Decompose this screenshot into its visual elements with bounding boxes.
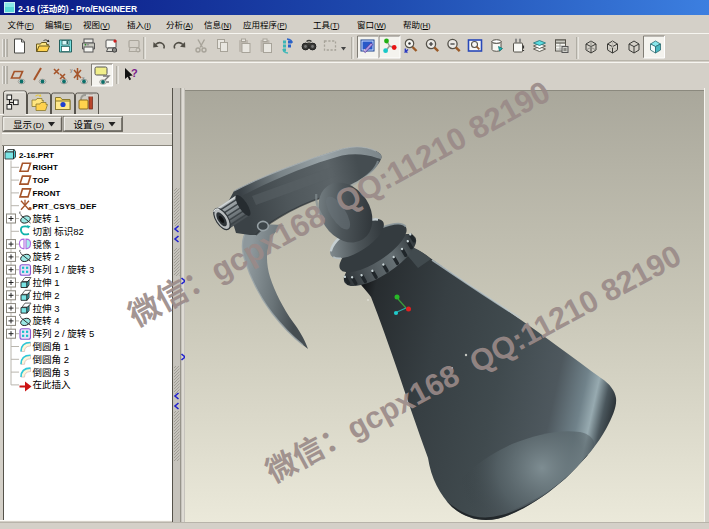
svg-text:(D): (D) xyxy=(33,121,44,130)
svg-text:TOP: TOP xyxy=(33,176,50,185)
svg-text:FRONT: FRONT xyxy=(33,189,61,198)
svg-text:?: ? xyxy=(131,67,138,79)
svg-text:PRT_CSYS_DEF: PRT_CSYS_DEF xyxy=(33,202,97,211)
svg-text:设置: 设置 xyxy=(74,117,93,131)
svg-text:2-16.PRT: 2-16.PRT xyxy=(19,151,54,160)
svg-text:RIGHT: RIGHT xyxy=(33,163,58,172)
svg-text:在此插入: 在此插入 xyxy=(33,377,72,391)
svg-text:(S): (S) xyxy=(94,121,105,130)
svg-text:显示: 显示 xyxy=(13,117,32,131)
